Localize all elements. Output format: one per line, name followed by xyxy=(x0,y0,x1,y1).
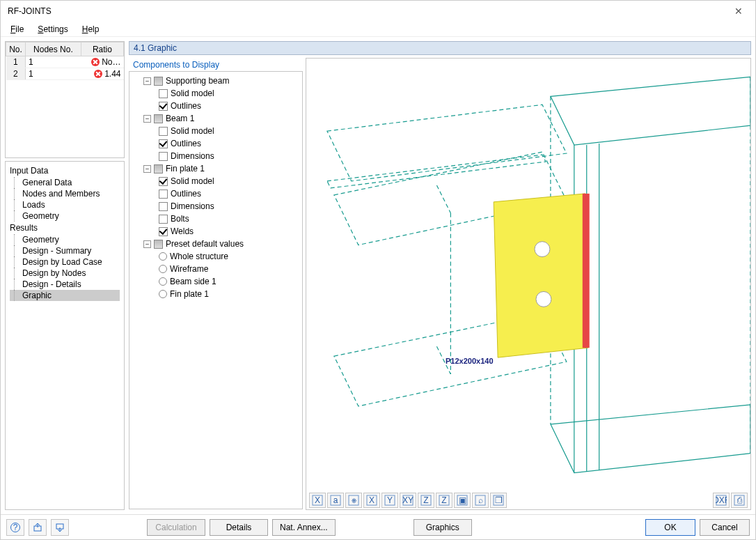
svg-point-3 xyxy=(536,291,551,307)
svg-text:▣: ▣ xyxy=(459,495,466,505)
help-icon[interactable]: ? xyxy=(6,519,24,536)
nav-input-header[interactable]: Input Data xyxy=(10,166,120,176)
tree-node[interactable]: −Beam 1 xyxy=(131,112,301,125)
checkbox[interactable] xyxy=(159,190,168,199)
graphics-button[interactable]: Graphics xyxy=(414,519,472,536)
table-row[interactable]: 2 1 1.44 xyxy=(6,68,124,80)
view-y-icon[interactable]: Y xyxy=(381,493,398,508)
nav-results-header[interactable]: Results xyxy=(10,223,120,233)
checkbox[interactable] xyxy=(159,89,168,98)
tree-child[interactable]: Whole structure xyxy=(131,250,301,263)
svg-text:DXF: DXF xyxy=(716,495,727,505)
results-grid[interactable]: No. Nodes No. Ratio 1 1 No… 2 1 xyxy=(5,41,125,158)
svg-text:X: X xyxy=(369,495,375,505)
nav-nodes-members[interactable]: Nodes and Members xyxy=(10,188,120,199)
radio-option[interactable] xyxy=(159,252,167,261)
svg-marker-0 xyxy=(494,194,588,357)
layers-icon[interactable]: ❐ xyxy=(490,493,507,508)
checkbox[interactable] xyxy=(159,139,168,148)
import-icon[interactable] xyxy=(51,519,69,536)
checkbox[interactable] xyxy=(159,127,168,136)
radio-option[interactable] xyxy=(159,290,167,298)
tree-child[interactable]: Welds xyxy=(131,225,301,238)
checkbox[interactable] xyxy=(159,202,168,211)
col-nodes[interactable]: Nodes No. xyxy=(26,43,81,56)
nav-geometry-in[interactable]: Geometry xyxy=(10,210,120,222)
tree-child[interactable]: Solid model xyxy=(131,87,301,100)
tristate-checkbox[interactable] xyxy=(154,240,163,249)
tree-node[interactable]: −Fin plate 1 xyxy=(131,162,301,175)
tree-child[interactable]: Wireframe xyxy=(131,263,301,275)
menu-settings[interactable]: Settings xyxy=(33,23,72,36)
tree-child-label: Wireframe xyxy=(170,263,208,275)
tristate-checkbox[interactable] xyxy=(154,114,163,123)
checkbox[interactable] xyxy=(159,152,168,161)
nav-design-nodes[interactable]: Design by Nodes xyxy=(10,268,120,279)
nav-graphic[interactable]: Graphic xyxy=(10,290,120,301)
nav-design-lc[interactable]: Design by Load Case xyxy=(10,256,120,268)
expand-icon[interactable]: − xyxy=(143,165,151,173)
calculation-button[interactable]: Calculation xyxy=(147,519,205,536)
checkbox[interactable] xyxy=(159,227,168,236)
print-icon[interactable]: ⎙ xyxy=(731,493,748,508)
view-z-icon[interactable]: Z xyxy=(418,493,434,508)
view-xy-icon[interactable]: XY xyxy=(400,493,416,508)
nav-design-details[interactable]: Design - Details xyxy=(10,279,120,290)
expand-icon[interactable]: − xyxy=(143,115,151,123)
view-z2-icon[interactable]: Z xyxy=(436,493,452,508)
axis-a-icon[interactable]: a xyxy=(327,493,344,508)
svg-text:Y: Y xyxy=(387,495,393,505)
dxf-icon[interactable]: DXF xyxy=(713,493,730,508)
nav-tree[interactable]: Input Data General Data Nodes and Member… xyxy=(5,161,125,510)
tree-child[interactable]: Beam side 1 xyxy=(131,275,301,288)
tristate-checkbox[interactable] xyxy=(154,164,163,173)
nat-annex-button[interactable]: Nat. Annex... xyxy=(272,519,336,536)
graphic-viewport[interactable]: P12x200x140 xyxy=(306,59,750,491)
nav-design-summary[interactable]: Design - Summary xyxy=(10,245,120,256)
tree-child[interactable]: Outlines xyxy=(131,137,301,150)
tree-child[interactable]: Fin plate 1 xyxy=(131,288,301,300)
view-x-icon[interactable]: X xyxy=(363,493,380,508)
nav-geometry-res[interactable]: Geometry xyxy=(10,234,120,245)
checkbox[interactable] xyxy=(159,215,168,224)
cube-icon[interactable]: ▣ xyxy=(454,493,471,508)
checkbox[interactable] xyxy=(159,177,168,186)
expand-icon[interactable]: − xyxy=(143,77,151,85)
error-icon xyxy=(94,70,102,78)
ok-button[interactable]: OK xyxy=(645,519,695,536)
components-tree[interactable]: −Supporting beamSolid modelOutlines−Beam… xyxy=(129,71,303,509)
radio-option[interactable] xyxy=(159,265,167,273)
tree-child-label: Outlines xyxy=(171,137,201,150)
expand-icon[interactable]: − xyxy=(143,240,151,248)
close-icon[interactable]: ✕ xyxy=(729,3,748,20)
tree-child[interactable]: Outlines xyxy=(131,187,301,200)
nav-general-data[interactable]: General Data xyxy=(10,177,120,188)
view-iso-icon[interactable]: ⎈ xyxy=(345,493,362,508)
details-button[interactable]: Details xyxy=(210,519,268,536)
axis-x-icon[interactable]: X xyxy=(309,493,326,508)
col-no[interactable]: No. xyxy=(6,43,26,56)
table-row[interactable]: 1 1 No… xyxy=(6,56,124,68)
svg-text:Z: Z xyxy=(441,495,446,505)
menu-help[interactable]: Help xyxy=(78,23,104,36)
tree-child[interactable]: Dimensions xyxy=(131,200,301,213)
tree-child[interactable]: Bolts xyxy=(131,213,301,225)
tree-node[interactable]: −Supporting beam xyxy=(131,75,301,87)
tree-node[interactable]: −Preset default values xyxy=(131,238,301,250)
tree-child[interactable]: Solid model xyxy=(131,125,301,137)
zoom-icon[interactable]: ⌕ xyxy=(472,493,489,508)
cancel-button[interactable]: Cancel xyxy=(700,519,750,536)
tree-child[interactable]: Outlines xyxy=(131,100,301,112)
menu-file[interactable]: File xyxy=(6,23,28,36)
col-ratio[interactable]: Ratio xyxy=(81,43,123,56)
tree-child[interactable]: Dimensions xyxy=(131,150,301,162)
tristate-checkbox[interactable] xyxy=(154,77,163,86)
radio-option[interactable] xyxy=(159,277,167,286)
svg-text:a: a xyxy=(333,495,338,505)
nav-loads[interactable]: Loads xyxy=(10,199,120,210)
checkbox[interactable] xyxy=(159,102,168,111)
tree-child[interactable]: Solid model xyxy=(131,175,301,187)
export-icon[interactable] xyxy=(29,519,47,536)
section-title: 4.1 Graphic xyxy=(129,41,751,55)
tree-child-label: Solid model xyxy=(171,87,214,100)
